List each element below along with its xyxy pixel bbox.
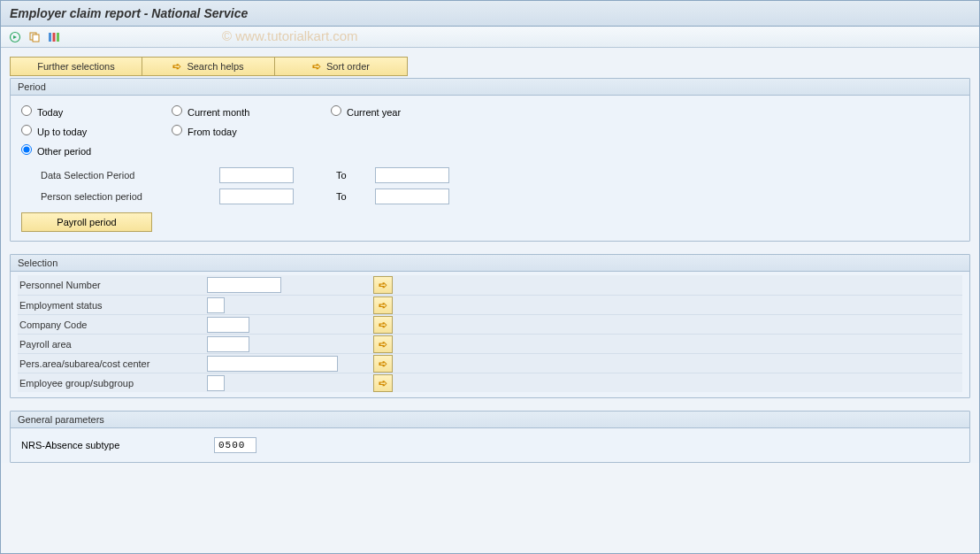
period-group: Period Today Current month Current year … [10,78,970,242]
data-selection-to-input[interactable] [375,167,449,183]
general-group-title: General parameters [11,412,969,428]
radio-from-today-label: From today [188,127,237,137]
nrs-absence-label: NRS-Absence subtype [21,440,214,450]
company-code-label: Company Code [18,319,207,330]
data-selection-label: Data Selection Period [41,170,219,181]
payroll-area-label: Payroll area [18,339,207,350]
radio-current-month[interactable] [172,105,182,116]
pers-area-label: Pers.area/subarea/cost center [18,358,207,369]
personnel-number-multi-button[interactable]: ➪ [373,276,393,294]
personnel-number-label: Personnel Number [18,280,207,290]
watermark: © www.tutorialkart.com [222,28,358,43]
color-bars-icon[interactable] [47,30,61,44]
arrow-right-icon: ➪ [379,358,387,370]
content-area: Further selections ➪ Search helps ➪ Sort… [1,48,979,463]
selection-group-title: Selection [11,255,969,272]
to-label-1: To [336,170,375,181]
svg-rect-4 [53,33,56,42]
radio-today-label: Today [37,107,63,118]
radio-current-year-label: Current year [347,107,401,118]
search-helps-button[interactable]: ➪ Search helps [142,57,275,76]
arrow-right-icon: ➪ [312,60,321,73]
payroll-period-label: Payroll period [57,217,116,227]
further-selections-button[interactable]: Further selections [10,57,142,76]
arrow-right-icon: ➪ [379,299,387,312]
page-title: Employer claim report - National Service [1,1,979,27]
arrow-right-icon: ➪ [379,279,387,291]
search-helps-label: Search helps [187,61,243,72]
payroll-area-input[interactable] [207,336,249,352]
employee-group-input[interactable] [207,375,225,391]
person-selection-to-input[interactable] [375,189,449,204]
employment-status-label: Employment status [18,300,207,311]
company-code-multi-button[interactable]: ➪ [373,316,393,334]
employment-status-multi-button[interactable]: ➪ [373,296,393,314]
payroll-period-button[interactable]: Payroll period [21,212,152,232]
sort-order-button[interactable]: ➪ Sort order [275,57,408,76]
company-code-input[interactable] [207,317,249,333]
employee-group-multi-button[interactable]: ➪ [373,374,393,392]
personnel-number-input[interactable] [207,277,281,293]
svg-rect-5 [57,33,59,42]
radio-from-today[interactable] [172,125,182,135]
radio-today[interactable] [21,105,32,116]
arrow-right-icon: ➪ [379,338,387,350]
arrow-right-icon: ➪ [172,60,181,73]
further-selections-label: Further selections [37,61,114,72]
sort-order-label: Sort order [326,61,370,72]
employment-status-input[interactable] [207,297,225,313]
radio-other-period-label: Other period [37,146,91,157]
app-window: Employer claim report - National Service… [0,0,980,554]
radio-up-to-today[interactable] [21,125,32,135]
period-radio-grid: Today Current month Current year Up to t… [21,103,961,159]
toolbar: © www.tutorialkart.com [1,27,979,48]
to-label-2: To [336,191,375,202]
period-group-title: Period [11,79,969,96]
radio-current-year[interactable] [331,105,341,116]
execute-icon[interactable] [8,30,22,44]
employee-group-label: Employee group/subgroup [18,378,207,389]
general-group: General parameters NRS-Absence subtype [10,411,970,463]
data-selection-from-input[interactable] [219,167,294,183]
payroll-area-multi-button[interactable]: ➪ [373,335,393,353]
radio-up-to-today-label: Up to today [37,127,87,137]
selection-group: Selection Personnel Number ➪ Employment … [10,254,970,398]
nrs-absence-input[interactable] [214,437,256,453]
svg-rect-2 [33,35,39,42]
person-selection-label: Person selection period [41,191,219,202]
pers-area-input[interactable] [207,356,338,372]
arrow-right-icon: ➪ [379,319,387,331]
person-selection-from-input[interactable] [219,189,294,204]
svg-rect-3 [49,33,51,42]
radio-other-period[interactable] [21,144,32,155]
variant-icon[interactable] [27,30,42,44]
arrow-right-icon: ➪ [379,377,387,389]
top-button-bar: Further selections ➪ Search helps ➪ Sort… [10,57,970,76]
pers-area-multi-button[interactable]: ➪ [373,355,393,373]
radio-current-month-label: Current month [188,107,249,118]
